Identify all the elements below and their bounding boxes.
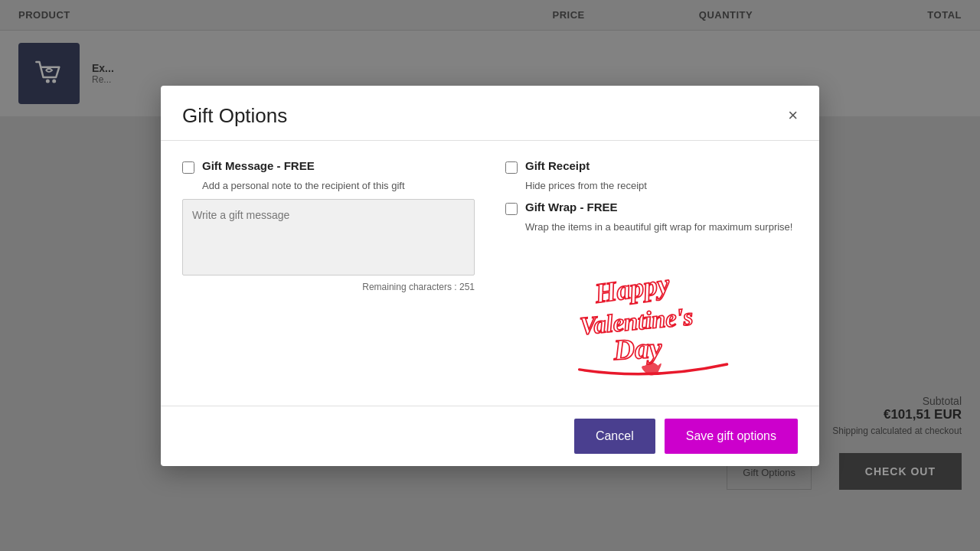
valentines-svg: Happy Valentine's Day	[560, 249, 743, 387]
modal-footer: Cancel Save gift options	[161, 406, 819, 466]
gift-wrap-label: Gift Wrap - FREE	[525, 201, 618, 214]
gift-wrap-checkbox-row: Gift Wrap - FREE	[505, 201, 798, 215]
modal-body: Gift Message - FREE Add a personal note …	[161, 141, 819, 406]
modal-header: Gift Options ×	[161, 86, 819, 141]
gift-options-modal: Gift Options × Gift Message - FREE Add a…	[161, 86, 819, 466]
remaining-chars: Remaining characters : 251	[182, 282, 475, 292]
gift-receipt-desc: Hide prices from the receipt	[525, 180, 798, 191]
modal-overlay: Gift Options × Gift Message - FREE Add a…	[0, 0, 980, 551]
modal-close-button[interactable]: ×	[788, 107, 798, 124]
gift-wrap-desc: Wrap the items in a beautiful gift wrap …	[525, 221, 798, 233]
gift-wrap-checkbox[interactable]	[505, 203, 518, 215]
gift-receipt-checkbox-row: Gift Receipt	[505, 159, 798, 174]
left-column: Gift Message - FREE Add a personal note …	[182, 159, 475, 387]
gift-message-checkbox[interactable]	[182, 161, 194, 174]
gift-receipt-section: Gift Receipt Hide prices from the receip…	[505, 159, 798, 191]
right-column: Gift Receipt Hide prices from the receip…	[505, 159, 798, 387]
gift-message-textarea[interactable]	[182, 199, 475, 276]
gift-message-label: Gift Message - FREE	[202, 159, 315, 172]
cancel-button[interactable]: Cancel	[574, 419, 655, 454]
gift-message-sublabel: Add a personal note to the recipient of …	[202, 180, 475, 191]
svg-text:Happy: Happy	[592, 268, 672, 309]
modal-title: Gift Options	[182, 104, 287, 128]
save-gift-options-button[interactable]: Save gift options	[665, 419, 798, 454]
svg-text:Day: Day	[612, 331, 663, 365]
gift-wrap-section: Gift Wrap - FREE Wrap the items in a bea…	[505, 201, 798, 233]
gift-message-checkbox-row: Gift Message - FREE	[182, 159, 475, 174]
gift-receipt-label: Gift Receipt	[525, 159, 590, 172]
gift-receipt-checkbox[interactable]	[505, 161, 518, 174]
valentines-image-wrapper: Happy Valentine's Day	[505, 249, 798, 387]
